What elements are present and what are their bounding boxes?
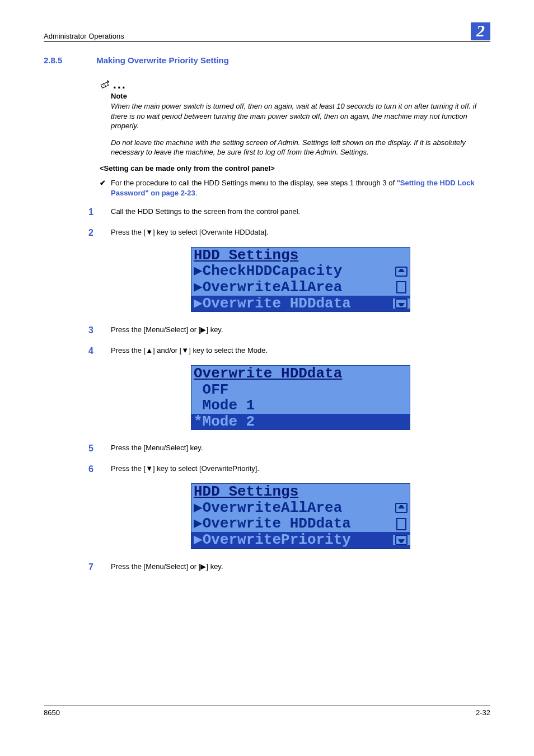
step-text: Press the [▼] key to select [Overwrite H… xyxy=(111,227,269,237)
section-heading: 2.8.5 Making Overwrite Priority Setting xyxy=(44,55,490,65)
lcd-screenshot-overwrite-hdddata: Overwrite HDDdata OFF Mode 1 *Mode 2 xyxy=(191,365,410,430)
step-4: 4 Press the [▲] and/or [▼] key to select… xyxy=(88,345,490,357)
step-number: 7 xyxy=(88,561,111,573)
footer-right: 2-32 xyxy=(476,708,490,717)
lcd-item: Mode 1 xyxy=(191,398,410,414)
step-text: Press the [Menu/Select] key. xyxy=(111,442,203,453)
note-header: ... Note xyxy=(100,77,490,100)
lcd-item-selected: ▶OverwritePriority xyxy=(191,532,393,548)
step-7: 7 Press the [Menu/Select] or [▶] key. xyxy=(88,561,490,573)
step-number: 1 xyxy=(88,206,111,218)
bullet-text: For the procedure to call the HDD Settin… xyxy=(111,179,397,187)
bullet-text-end: . xyxy=(195,189,198,197)
checkmark-icon: ✔ xyxy=(100,178,111,198)
note-dots-icon: ... xyxy=(113,77,127,91)
lcd-item-selected: ▶Overwrite HDDdata xyxy=(191,296,393,312)
scroll-down-icon xyxy=(395,535,407,545)
scrollbar-icon xyxy=(396,518,406,530)
footer-left: 8650 xyxy=(44,708,60,717)
section-title: Making Overwrite Priority Setting xyxy=(96,55,229,65)
step-text: Press the [Menu/Select] or [▶] key. xyxy=(111,561,223,572)
lcd-title: HDD Settings xyxy=(191,484,393,500)
lcd-item: OFF xyxy=(191,382,410,398)
step-2: 2 Press the [▼] key to select [Overwrite… xyxy=(88,227,490,239)
section-number: 2.8.5 xyxy=(44,55,94,65)
lcd-screenshot-hdd-settings-priority: HDD Settings ▶OverwriteAllArea ▶Overwrit… xyxy=(191,483,410,548)
lcd-item: ▶Overwrite HDDdata xyxy=(191,516,393,532)
step-text: Press the [▼] key to select [OverwritePr… xyxy=(111,463,259,474)
step-number: 2 xyxy=(88,227,111,239)
lcd-title: HDD Settings xyxy=(191,248,393,264)
note-label: Note xyxy=(111,92,490,100)
pen-icon xyxy=(100,78,111,91)
lcd-title: Overwrite HDDdata xyxy=(191,366,410,382)
step-number: 4 xyxy=(88,345,111,357)
svg-rect-0 xyxy=(101,82,108,88)
scroll-up-icon xyxy=(395,267,407,277)
lcd-item: ▶CheckHDDCapacity xyxy=(191,263,393,279)
step-3: 3 Press the [Menu/Select] or [▶] key. xyxy=(88,324,490,337)
scroll-up-icon xyxy=(395,503,407,513)
step-text: Press the [▲] and/or [▼] key to select t… xyxy=(111,345,268,356)
scrollbar-icon xyxy=(396,281,406,293)
lcd-item: ▶OverwriteAllArea xyxy=(191,500,393,516)
step-5: 5 Press the [Menu/Select] key. xyxy=(88,442,490,455)
step-text: Call the HDD Settings to the screen from… xyxy=(111,206,300,217)
running-header: Administrator Operations 2 xyxy=(44,22,490,42)
page-footer: 8650 2-32 xyxy=(44,706,490,717)
header-text: Administrator Operations xyxy=(44,32,124,40)
lcd-item: ▶OverwriteAllArea xyxy=(191,279,393,296)
step-number: 3 xyxy=(88,324,111,337)
step-6: 6 Press the [▼] key to select [Overwrite… xyxy=(88,463,490,475)
step-number: 5 xyxy=(88,442,111,455)
lcd-screenshot-hdd-settings: HDD Settings ▶CheckHDDCapacity ▶Overwrit… xyxy=(191,247,410,312)
step-1: 1 Call the HDD Settings to the screen fr… xyxy=(88,206,490,218)
note-paragraph-1: When the main power switch is turned off… xyxy=(111,101,490,131)
chapter-number-badge: 2 xyxy=(471,22,490,40)
prereq-bullet: ✔ For the procedure to call the HDD Sett… xyxy=(100,178,490,198)
note-paragraph-2: Do not leave the machine with the settin… xyxy=(111,138,490,157)
scroll-down-icon xyxy=(395,298,407,309)
lcd-item-selected: *Mode 2 xyxy=(191,414,410,430)
step-number: 6 xyxy=(88,463,111,475)
sub-heading: <Setting can be made only from the contr… xyxy=(100,164,490,172)
svg-line-2 xyxy=(102,84,106,87)
step-text: Press the [Menu/Select] or [▶] key. xyxy=(111,324,223,335)
